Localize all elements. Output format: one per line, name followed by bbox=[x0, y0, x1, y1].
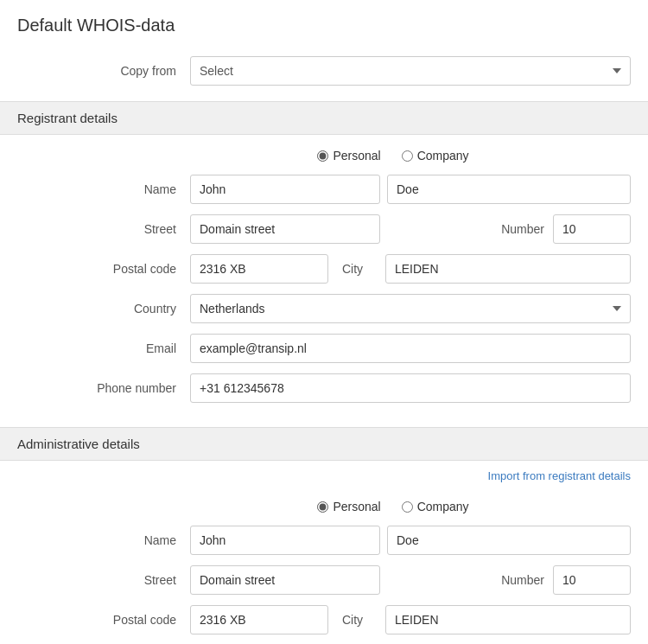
registrant-phone-input[interactable] bbox=[190, 373, 631, 403]
registrant-country-label: Country bbox=[17, 302, 190, 316]
admin-section-body: Personal Company Name Street Number Post… bbox=[0, 486, 648, 644]
registrant-street-input[interactable] bbox=[190, 214, 380, 244]
registrant-first-name-input[interactable] bbox=[190, 175, 380, 204]
admin-personal-option[interactable]: Personal bbox=[317, 500, 380, 513]
registrant-personal-option[interactable]: Personal bbox=[317, 149, 380, 163]
admin-personal-radio[interactable] bbox=[317, 501, 328, 513]
registrant-name-row: Name bbox=[17, 175, 631, 204]
page-title: Default WHOIS-data bbox=[0, 0, 648, 48]
admin-city-input[interactable] bbox=[385, 605, 631, 634]
registrant-phone-row: Phone number bbox=[17, 373, 631, 403]
admin-name-row: Name bbox=[17, 526, 631, 555]
registrant-postal-label: Postal code bbox=[17, 262, 190, 276]
admin-postal-row: Postal code City bbox=[17, 605, 631, 634]
admin-last-name-input[interactable] bbox=[387, 526, 631, 555]
admin-city-label: City bbox=[342, 613, 385, 627]
registrant-section-header: Registrant details bbox=[0, 101, 648, 135]
admin-name-label: Name bbox=[17, 533, 190, 547]
import-link-row: Import from registrant details bbox=[0, 461, 648, 486]
registrant-street-label: Street bbox=[17, 222, 190, 236]
registrant-type-row: Personal Company bbox=[17, 149, 631, 163]
registrant-street-row: Street Number bbox=[17, 214, 631, 244]
copy-from-select[interactable]: Select bbox=[190, 56, 631, 86]
admin-type-row: Personal Company bbox=[17, 500, 631, 513]
registrant-email-row: Email bbox=[17, 334, 631, 363]
admin-street-row: Street Number bbox=[17, 565, 631, 595]
copy-from-row: Copy from Select bbox=[0, 48, 648, 101]
import-from-registrant-link[interactable]: Import from registrant details bbox=[488, 469, 631, 482]
registrant-city-input[interactable] bbox=[385, 254, 631, 284]
registrant-email-input[interactable] bbox=[190, 334, 631, 363]
registrant-number-label: Number bbox=[475, 222, 553, 236]
admin-company-option[interactable]: Company bbox=[402, 500, 469, 513]
registrant-email-label: Email bbox=[17, 341, 190, 355]
admin-number-label: Number bbox=[475, 573, 553, 587]
copy-from-label: Copy from bbox=[17, 64, 190, 78]
registrant-city-label: City bbox=[342, 262, 385, 276]
registrant-company-radio[interactable] bbox=[402, 150, 413, 162]
admin-street-label: Street bbox=[17, 573, 190, 587]
admin-number-input[interactable] bbox=[553, 565, 631, 595]
admin-section-header: Administrative details bbox=[0, 427, 648, 461]
registrant-section-body: Personal Company Name Street Number Post… bbox=[0, 135, 648, 427]
registrant-number-input[interactable] bbox=[553, 214, 631, 244]
admin-postal-input[interactable] bbox=[190, 605, 328, 634]
admin-company-radio[interactable] bbox=[402, 501, 413, 513]
registrant-country-select[interactable]: Netherlands bbox=[190, 294, 631, 323]
registrant-postal-input[interactable] bbox=[190, 254, 328, 284]
registrant-phone-label: Phone number bbox=[17, 381, 190, 395]
admin-street-input[interactable] bbox=[190, 565, 380, 595]
admin-first-name-input[interactable] bbox=[190, 526, 380, 555]
registrant-postal-row: Postal code City bbox=[17, 254, 631, 284]
registrant-name-label: Name bbox=[17, 182, 190, 196]
admin-postal-label: Postal code bbox=[17, 613, 190, 627]
registrant-company-option[interactable]: Company bbox=[402, 149, 469, 163]
registrant-country-row: Country Netherlands bbox=[17, 294, 631, 323]
registrant-last-name-input[interactable] bbox=[387, 175, 631, 204]
registrant-personal-radio[interactable] bbox=[317, 150, 328, 162]
